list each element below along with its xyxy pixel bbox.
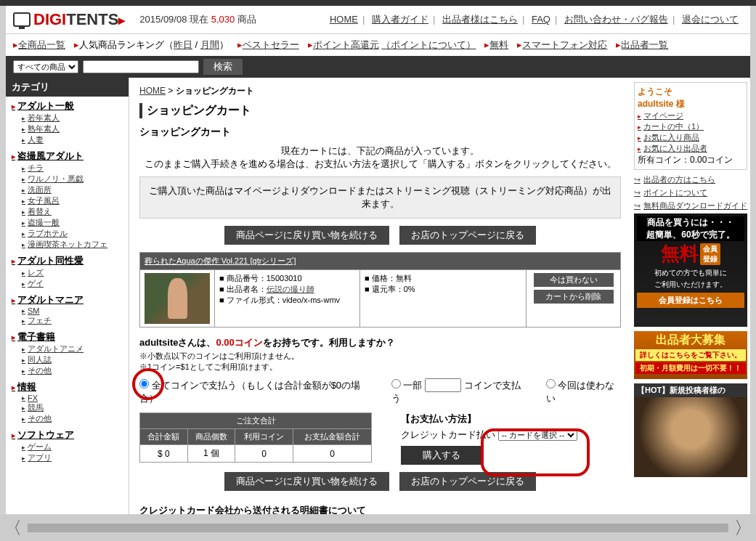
category-sub[interactable]: 漫画喫茶ネットカフェ: [22, 239, 123, 250]
coin-opt-none[interactable]: 今回は使わない: [546, 379, 621, 405]
breadcrumb-home[interactable]: HOME: [139, 86, 166, 96]
subnav-rank-yesterday[interactable]: 昨日: [174, 39, 192, 50]
category-sub[interactable]: ワルノリ・悪戯: [22, 174, 123, 184]
seller-link[interactable]: 伝説の撮り師: [267, 285, 314, 293]
subnav-free[interactable]: 無料: [489, 39, 508, 50]
nav-seller[interactable]: 出品者様はこちら: [442, 14, 518, 25]
mypage-link[interactable]: マイページ: [638, 110, 744, 121]
slideshow-nav: 〈 〉: [0, 515, 756, 541]
category-sub[interactable]: 盗撮一般: [22, 217, 123, 228]
nav-contact[interactable]: お問い合わせ・バグ報告: [564, 14, 668, 25]
info-link[interactable]: ポイントについて: [634, 187, 747, 198]
coin-opt-part[interactable]: 一部 コインで支払う: [391, 378, 524, 405]
banner-register[interactable]: 商品を買うには・・・ 超簡単、60秒で完了。 無料会員 登録 初めての方でも簡単…: [634, 213, 747, 327]
welcome-box: ようこそadultsite 様 マイページカートの中（1）お気に入り商品お気に入…: [634, 82, 747, 170]
coin-options: 全てコインで支払う（もしくは合計金額が$0の場合） 一部 コインで支払う 今回は…: [139, 378, 621, 405]
category-sub[interactable]: アプリ: [22, 452, 123, 463]
category-sub[interactable]: 女子風呂: [22, 195, 123, 206]
monitor-icon: [13, 12, 31, 27]
category-sub[interactable]: その他: [22, 365, 123, 376]
order-summary: ご注文合計 合計金額商品個数利用コインお支払金額合計 $ 01 個00: [139, 412, 372, 463]
product-count: 2015/09/08 現在 5,030 商品: [139, 13, 256, 26]
subnav-points[interactable]: ポイント高還元: [313, 39, 379, 50]
category-main[interactable]: 電子書籍: [12, 330, 123, 343]
cart-note: ご購入頂いた商品はマイページよりダウンロードまたはストリーミング視聴（ストリーミ…: [139, 176, 621, 219]
category-sub[interactable]: アダルトアニメ: [22, 343, 123, 354]
product-title-link[interactable]: 葬られたAquaの傑作 Vol.221 [gtrシリーズ]: [145, 256, 296, 265]
back-to-shop-button-2[interactable]: 商品ページに戻り買い物を続ける: [224, 472, 389, 491]
sub-nav: ▸全商品一覧 ▸人気商品ランキング（昨日 / 月間） ▸ベストセラー ▸ポイント…: [6, 34, 750, 56]
category-sub[interactable]: 人妻: [22, 134, 123, 145]
remove-from-cart-button[interactable]: カートから削除: [534, 290, 614, 304]
category-title: カテゴリ: [6, 78, 129, 97]
nav-buyer-guide[interactable]: 購入者ガイド: [372, 14, 428, 25]
sub-title: ショッピングカート: [139, 126, 621, 139]
category-sub[interactable]: チラ: [22, 163, 123, 174]
category-sub[interactable]: ゲーム: [22, 442, 123, 452]
category-sub[interactable]: ラブホテル: [22, 228, 123, 239]
search-input[interactable]: [83, 60, 199, 73]
info-link[interactable]: 無料商品ダウンロードガイド: [634, 200, 747, 211]
subnav-points-about[interactable]: （ポイントについて）: [381, 39, 476, 50]
purchase-button[interactable]: 購入する: [401, 446, 482, 465]
category-main[interactable]: ソフトウェア: [12, 428, 123, 442]
search-category-select[interactable]: すべての商品: [13, 60, 78, 73]
product-thumbnail[interactable]: [145, 273, 210, 324]
category-main[interactable]: アダルトマニア: [12, 293, 123, 306]
nav-home[interactable]: HOME: [330, 14, 358, 25]
category-sub[interactable]: その他: [22, 413, 123, 424]
coin-status: adultsiteさんは、0.00コインをお持ちです。利用しますか？: [139, 336, 621, 349]
mypage-link[interactable]: お気に入り出品者: [638, 143, 744, 154]
partial-coin-input[interactable]: [425, 378, 461, 392]
mypage-link[interactable]: カートの中（1）: [638, 121, 744, 132]
category-main[interactable]: 盗撮風アダルト: [12, 150, 123, 163]
category-sub[interactable]: 若年素人: [22, 113, 123, 123]
not-buy-now-button[interactable]: 今は買わない: [534, 273, 614, 287]
info-link[interactable]: 出品者の方はこちら: [634, 174, 747, 185]
category-main[interactable]: 情報: [12, 381, 123, 394]
hot-title: 【HOT】新規投稿者様の: [634, 383, 747, 397]
category-main[interactable]: アダルト一般: [12, 99, 123, 113]
subnav-all[interactable]: 全商品一覧: [18, 39, 65, 50]
back-to-shop-button[interactable]: 商品ページに戻り買い物を続ける: [224, 226, 389, 245]
prev-slide-icon[interactable]: 〈: [4, 516, 22, 540]
site-logo[interactable]: DIGITENTS▸: [13, 10, 125, 29]
breadcrumb: HOME > ショッピングカート: [139, 85, 621, 97]
card-select[interactable]: -- カードを選択 --: [498, 429, 577, 441]
coin-notes: ※小数点以下のコインはご利用頂けません。※1コイン=$1としてご利用頂けます。: [139, 351, 621, 373]
nav-faq[interactable]: FAQ: [532, 14, 550, 25]
subnav-rank-month[interactable]: 月間: [200, 39, 219, 50]
search-button[interactable]: 検索: [203, 59, 243, 75]
header-nav: HOME| 購入者ガイド| 出品者様はこちら| FAQ| お問い合わせ・バグ報告…: [325, 13, 743, 26]
statement-title: クレジットカード会社から送付される明細書について: [139, 504, 621, 514]
back-to-top-button[interactable]: お店のトップページに戻る: [399, 226, 536, 245]
cart-message: 現在カートには、下記の商品が入っています。 このままご購入手続きを進める場合は、…: [139, 145, 621, 171]
category-sub[interactable]: 熟年素人: [22, 123, 123, 134]
back-to-top-button-2[interactable]: お店のトップページに戻る: [399, 472, 536, 491]
category-main[interactable]: アダルト同性愛: [12, 254, 123, 267]
page-title: ショッピングカート: [139, 103, 621, 118]
category-sub[interactable]: レズ: [22, 267, 123, 278]
category-sub[interactable]: FX: [22, 394, 123, 402]
banner-seller[interactable]: 出品者大募集 詳しくはこちらをご覧下さい。 初期・月額費用は一切不要！！: [634, 331, 747, 379]
sidebar-left: カテゴリ アダルト一般若年素人熟年素人人妻盗撮風アダルトチラワルノリ・悪戯洗面所…: [6, 78, 129, 514]
subnav-sellers[interactable]: 出品者一覧: [621, 39, 668, 50]
category-sub[interactable]: 競馬: [22, 402, 123, 413]
sidebar-right: ようこそadultsite 様 マイページカートの中（1）お気に入り商品お気に入…: [631, 78, 750, 514]
category-sub[interactable]: ゲイ: [22, 278, 123, 289]
category-sub[interactable]: 洗面所: [22, 184, 123, 195]
next-slide-icon[interactable]: 〉: [734, 516, 752, 540]
category-sub[interactable]: SM: [22, 306, 123, 315]
nav-withdraw[interactable]: 退会について: [682, 14, 739, 25]
subnav-bestseller[interactable]: ベストセラー: [243, 39, 299, 50]
slide-scrollbar[interactable]: [28, 524, 728, 532]
category-sub[interactable]: 同人誌: [22, 354, 123, 365]
mypage-link[interactable]: お気に入り商品: [638, 132, 744, 143]
coin-opt-all[interactable]: 全てコインで支払う（もしくは合計金額が$0の場合）: [139, 379, 370, 405]
hot-thumbnail[interactable]: [634, 397, 747, 477]
category-sub[interactable]: フェチ: [22, 315, 123, 326]
subnav-smartphone[interactable]: スマートフォン対応: [522, 39, 607, 50]
product-info: 商品番号：15003010 出品者名：伝説の撮り師 ファイル形式：video/x…: [219, 273, 355, 306]
product-table: 葬られたAquaの傑作 Vol.221 [gtrシリーズ] 商品番号：15003…: [139, 252, 621, 328]
category-sub[interactable]: 着替え: [22, 206, 123, 217]
